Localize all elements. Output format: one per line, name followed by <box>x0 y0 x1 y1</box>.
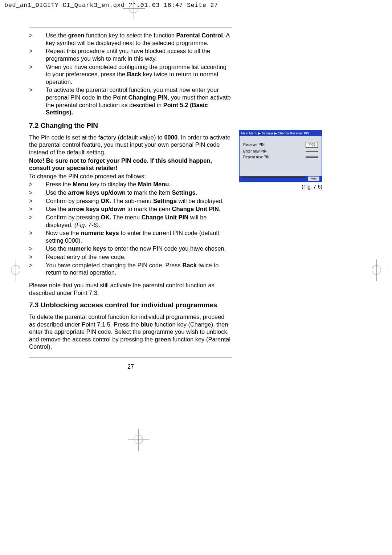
page-number: 27 <box>29 363 232 370</box>
bullet-marker: > <box>29 197 46 205</box>
bullet-text: Use the numeric keys to enter the new PI… <box>46 245 232 252</box>
bullet-marker: > <box>29 32 46 46</box>
figure-row: Repeat new PIN <box>243 155 318 160</box>
bullet-marker: > <box>29 47 46 62</box>
bullet-text: Repeat entry of the new code. <box>46 253 232 261</box>
figure-row-value <box>306 151 318 152</box>
figure-bar-icon <box>242 177 306 178</box>
list-item: >Use the arrow keys up/down to mark the … <box>29 205 232 213</box>
page-content: >Use the green function key to select th… <box>29 28 363 370</box>
sec72-para3: Please note that you must still activate… <box>29 281 232 296</box>
bullet-text: Use the arrow keys up/down to mark the i… <box>46 189 232 197</box>
list-item: >Use the green function key to select th… <box>29 32 232 46</box>
crop-mark-icon <box>134 435 143 444</box>
sec72-para2: To change the PIN code proceed as follow… <box>29 173 232 180</box>
bullet-marker: > <box>29 189 46 197</box>
crop-mark-icon <box>129 4 138 13</box>
figure-row-label: Enter new PIN <box>243 149 266 154</box>
bullet-marker: > <box>29 63 46 86</box>
figure-breadcrumb: Main Menu ▶ Settings ▶ Change Receiver P… <box>240 131 322 136</box>
figure-help-label: Help <box>308 177 319 181</box>
bullet-text: Now use the numeric keys to enter the cu… <box>46 229 232 244</box>
list-item: >Repeat this procedure until you have bl… <box>29 47 232 62</box>
print-header: bed_an1_DIGITY CI_Quark3_en.qxd 31.01.03… <box>0 0 392 11</box>
intro-bullet-list: >Use the green function key to select th… <box>29 32 232 116</box>
list-item: >Press the Menu key to display the Main … <box>29 181 232 188</box>
list-item: >Repeat entry of the new code. <box>29 253 232 261</box>
figure-row-label: Repeat new PIN <box>243 155 270 160</box>
bullet-marker: > <box>29 245 46 252</box>
sec72-note: Note! Be sure not to forget your PIN cod… <box>29 157 232 172</box>
figure-body: Receiver PIN????Enter new PINRepeat new … <box>240 136 322 175</box>
figure-row: Receiver PIN???? <box>243 142 318 147</box>
figure-7-6: Main Menu ▶ Settings ▶ Change Receiver P… <box>239 130 322 182</box>
figure-row-value: ???? <box>306 142 318 147</box>
bullet-marker: > <box>29 229 46 244</box>
sec73-para: To delete the parental control function … <box>29 313 232 351</box>
list-item: >To activate the parental control functi… <box>29 86 232 116</box>
bullet-marker: > <box>29 253 46 261</box>
crop-mark-icon <box>11 265 20 275</box>
sec72-bullet-list: >Press the Menu key to display the Main … <box>29 181 232 276</box>
bullet-marker: > <box>29 205 46 213</box>
bullet-marker: > <box>29 214 46 228</box>
crop-mark-icon <box>372 265 381 275</box>
rule-top <box>29 28 232 28</box>
list-item: >Confirm by pressing OK. The menu Change… <box>29 214 232 228</box>
bullet-text: When you have completed configuring the … <box>46 63 232 86</box>
main-column: >Use the green function key to select th… <box>29 28 232 370</box>
bullet-text: Press the Menu key to display the Main M… <box>46 181 232 188</box>
figure-caption: (Fig. 7-6) <box>239 184 322 190</box>
list-item: >You have completed changing the PIN cod… <box>29 262 232 276</box>
bullet-marker: > <box>29 181 46 188</box>
crop-vline <box>22 0 22 22</box>
figure-row-label: Receiver PIN <box>243 143 265 147</box>
bullet-text: Use the arrow keys up/down to mark the i… <box>46 205 232 213</box>
list-item: >Confirm by pressing OK. The sub-menu Se… <box>29 197 232 205</box>
bullet-text: Confirm by pressing OK. The menu Change … <box>46 214 232 228</box>
bullet-text: Confirm by pressing OK. The sub-menu Set… <box>46 197 232 205</box>
list-item: >When you have completed configuring the… <box>29 63 232 86</box>
list-item: >Use the arrow keys up/down to mark the … <box>29 189 232 197</box>
bullet-text: Use the green function key to select the… <box>46 32 232 46</box>
bullet-text: Repeat this procedure until you have blo… <box>46 47 232 62</box>
bullet-marker: > <box>29 86 46 116</box>
list-item: >Now use the numeric keys to enter the c… <box>29 229 232 244</box>
rule-bottom <box>29 357 232 357</box>
figure-row: Enter new PIN <box>243 149 318 154</box>
side-column: Main Menu ▶ Settings ▶ Change Receiver P… <box>239 28 355 370</box>
list-item: >Use the numeric keys to enter the new P… <box>29 245 232 252</box>
bullet-marker: > <box>29 262 46 276</box>
bullet-text: To activate the parental control functio… <box>46 86 232 116</box>
sec72-para1: The Pin code is set at the factory (defa… <box>29 134 232 156</box>
figure-bottom-bar: Help <box>240 176 322 182</box>
section-7-2-heading: 7.2 Changing the PIN <box>29 121 232 130</box>
section-7-3-heading: 7.3 Unblocking access control for indivi… <box>29 301 232 309</box>
bullet-text: You have completed changing the PIN code… <box>46 262 232 276</box>
figure-row-value <box>306 157 318 158</box>
